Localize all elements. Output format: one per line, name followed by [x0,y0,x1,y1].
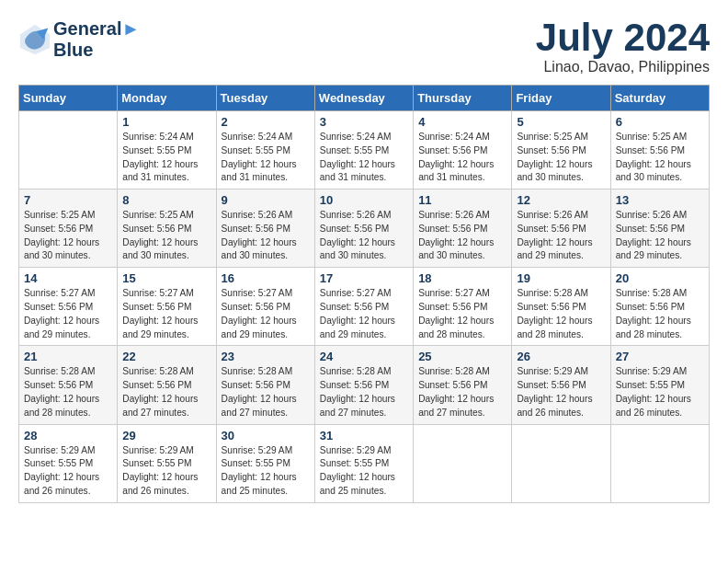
location: Linao, Davao, Philippines [536,59,710,75]
calendar-cell: 29Sunrise: 5:29 AMSunset: 5:55 PMDayligh… [118,424,216,502]
day-number: 21 [24,350,112,363]
header-thursday: Thursday [414,86,512,111]
day-info: Sunrise: 5:27 AMSunset: 5:56 PMDaylight:… [222,287,310,341]
day-number: 22 [122,350,210,363]
day-info: Sunrise: 5:28 AMSunset: 5:56 PMDaylight:… [616,287,704,341]
day-info: Sunrise: 5:29 AMSunset: 5:55 PMDaylight:… [222,444,310,499]
day-info: Sunrise: 5:28 AMSunset: 5:56 PMDaylight:… [517,287,605,341]
day-number: 17 [320,271,408,285]
day-number: 27 [616,350,704,363]
calendar-cell: 14Sunrise: 5:27 AMSunset: 5:56 PMDayligh… [19,268,118,346]
calendar-cell: 12Sunrise: 5:26 AMSunset: 5:56 PMDayligh… [512,190,610,268]
calendar-week-5: 28Sunrise: 5:29 AMSunset: 5:55 PMDayligh… [19,424,710,502]
calendar-cell: 19Sunrise: 5:28 AMSunset: 5:56 PMDayligh… [512,268,610,346]
calendar-cell: 31Sunrise: 5:29 AMSunset: 5:55 PMDayligh… [314,424,413,502]
day-info: Sunrise: 5:28 AMSunset: 5:56 PMDaylight:… [122,365,210,419]
calendar-cell: 8Sunrise: 5:25 AMSunset: 5:56 PMDaylight… [118,190,216,268]
day-number: 31 [320,429,408,442]
calendar-cell: 1Sunrise: 5:24 AMSunset: 5:55 PMDaylight… [118,111,216,190]
day-info: Sunrise: 5:26 AMSunset: 5:56 PMDaylight:… [222,209,310,263]
day-number: 9 [222,193,310,207]
day-number: 16 [222,271,310,285]
day-number: 30 [222,429,310,442]
calendar-week-1: 1Sunrise: 5:24 AMSunset: 5:55 PMDaylight… [19,111,710,190]
day-info: Sunrise: 5:26 AMSunset: 5:56 PMDaylight:… [418,209,506,263]
day-number: 24 [320,350,408,363]
calendar-cell: 23Sunrise: 5:28 AMSunset: 5:56 PMDayligh… [216,346,314,424]
calendar-cell: 7Sunrise: 5:25 AMSunset: 5:56 PMDaylight… [19,190,118,268]
calendar-cell: 18Sunrise: 5:27 AMSunset: 5:56 PMDayligh… [414,268,512,346]
day-info: Sunrise: 5:25 AMSunset: 5:56 PMDaylight:… [122,209,210,263]
day-info: Sunrise: 5:24 AMSunset: 5:56 PMDaylight:… [418,131,506,185]
calendar-cell [512,424,610,502]
calendar-cell: 24Sunrise: 5:28 AMSunset: 5:56 PMDayligh… [314,346,413,424]
day-info: Sunrise: 5:27 AMSunset: 5:56 PMDaylight:… [320,287,408,341]
calendar-cell: 17Sunrise: 5:27 AMSunset: 5:56 PMDayligh… [314,268,413,346]
day-info: Sunrise: 5:24 AMSunset: 5:55 PMDaylight:… [320,131,408,185]
calendar-cell: 9Sunrise: 5:26 AMSunset: 5:56 PMDaylight… [216,190,314,268]
day-info: Sunrise: 5:29 AMSunset: 5:55 PMDaylight:… [616,365,704,419]
calendar-cell: 26Sunrise: 5:29 AMSunset: 5:56 PMDayligh… [512,346,610,424]
day-info: Sunrise: 5:25 AMSunset: 5:56 PMDaylight:… [24,209,112,263]
calendar-cell: 22Sunrise: 5:28 AMSunset: 5:56 PMDayligh… [118,346,216,424]
day-info: Sunrise: 5:26 AMSunset: 5:56 PMDaylight:… [616,209,704,263]
header-friday: Friday [512,86,610,111]
day-number: 14 [24,271,112,285]
day-info: Sunrise: 5:29 AMSunset: 5:55 PMDaylight:… [122,444,210,499]
header-wednesday: Wednesday [314,86,413,111]
day-number: 6 [616,115,704,129]
day-number: 18 [418,271,506,285]
calendar-cell: 30Sunrise: 5:29 AMSunset: 5:55 PMDayligh… [216,424,314,502]
day-info: Sunrise: 5:24 AMSunset: 5:55 PMDaylight:… [222,131,310,185]
day-info: Sunrise: 5:27 AMSunset: 5:56 PMDaylight:… [418,287,506,341]
day-number: 8 [122,193,210,207]
day-info: Sunrise: 5:24 AMSunset: 5:55 PMDaylight:… [122,131,210,185]
day-number: 4 [418,115,506,129]
calendar-week-3: 14Sunrise: 5:27 AMSunset: 5:56 PMDayligh… [19,268,710,346]
day-info: Sunrise: 5:26 AMSunset: 5:56 PMDaylight:… [517,209,605,263]
calendar-week-4: 21Sunrise: 5:28 AMSunset: 5:56 PMDayligh… [19,346,710,424]
header-tuesday: Tuesday [216,86,314,111]
day-info: Sunrise: 5:29 AMSunset: 5:55 PMDaylight:… [24,444,112,499]
header-saturday: Saturday [610,86,709,111]
calendar-cell: 13Sunrise: 5:26 AMSunset: 5:56 PMDayligh… [610,190,709,268]
calendar-cell: 2Sunrise: 5:24 AMSunset: 5:55 PMDaylight… [216,111,314,190]
day-info: Sunrise: 5:28 AMSunset: 5:56 PMDaylight:… [320,365,408,419]
calendar-header-row: SundayMondayTuesdayWednesdayThursdayFrid… [19,86,710,111]
day-info: Sunrise: 5:29 AMSunset: 5:56 PMDaylight:… [517,365,605,419]
day-number: 25 [418,350,506,363]
day-number: 20 [616,271,704,285]
day-info: Sunrise: 5:28 AMSunset: 5:56 PMDaylight:… [418,365,506,419]
logo-icon [18,23,51,56]
day-number: 26 [517,350,605,363]
logo: General► Blue [18,18,140,61]
calendar-cell [19,111,118,190]
calendar-table: SundayMondayTuesdayWednesdayThursdayFrid… [18,85,710,503]
day-number: 29 [122,429,210,442]
day-number: 10 [320,193,408,207]
day-number: 13 [616,193,704,207]
calendar-cell: 27Sunrise: 5:29 AMSunset: 5:55 PMDayligh… [610,346,709,424]
day-info: Sunrise: 5:27 AMSunset: 5:56 PMDaylight:… [24,287,112,341]
calendar-cell: 15Sunrise: 5:27 AMSunset: 5:56 PMDayligh… [118,268,216,346]
calendar-cell [610,424,709,502]
header-monday: Monday [118,86,216,111]
day-number: 23 [222,350,310,363]
day-number: 2 [222,115,310,129]
calendar-cell [414,424,512,502]
day-number: 3 [320,115,408,129]
logo-text: General► Blue [53,18,140,61]
day-number: 5 [517,115,605,129]
day-number: 12 [517,193,605,207]
calendar-cell: 3Sunrise: 5:24 AMSunset: 5:55 PMDaylight… [314,111,413,190]
day-number: 11 [418,193,506,207]
calendar-week-2: 7Sunrise: 5:25 AMSunset: 5:56 PMDaylight… [19,190,710,268]
day-info: Sunrise: 5:25 AMSunset: 5:56 PMDaylight:… [616,131,704,185]
day-number: 19 [517,271,605,285]
day-number: 28 [24,429,112,442]
calendar-cell: 6Sunrise: 5:25 AMSunset: 5:56 PMDaylight… [610,111,709,190]
day-info: Sunrise: 5:25 AMSunset: 5:56 PMDaylight:… [517,131,605,185]
day-number: 7 [24,193,112,207]
day-info: Sunrise: 5:27 AMSunset: 5:56 PMDaylight:… [122,287,210,341]
calendar-cell: 25Sunrise: 5:28 AMSunset: 5:56 PMDayligh… [414,346,512,424]
